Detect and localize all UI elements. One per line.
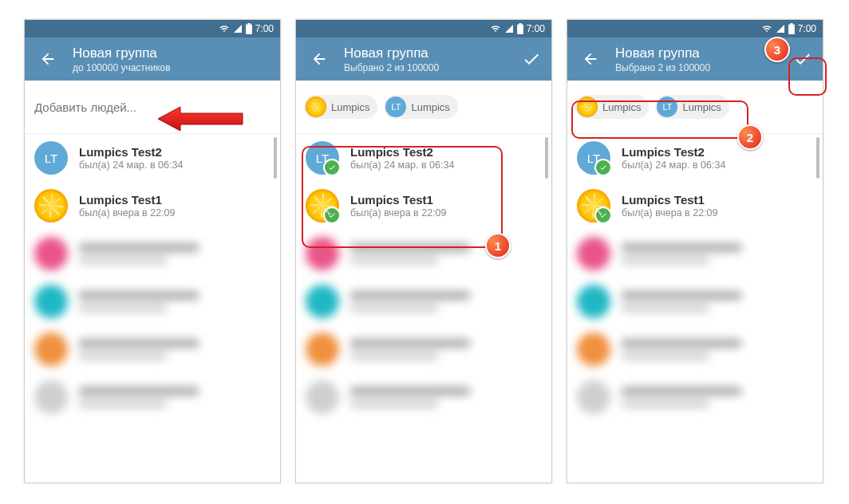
avatar: [306, 237, 339, 270]
chips-area: LumpicsLTLumpics: [567, 81, 823, 134]
header-title: Новая группа: [615, 45, 788, 61]
avatar: [306, 189, 339, 222]
selected-badge: [323, 207, 341, 224]
contact-row-blurred: [296, 373, 551, 421]
battery-icon: [517, 23, 523, 34]
contact-row-blurred: [296, 325, 551, 373]
status-time: 7:00: [798, 23, 816, 34]
scroll-indicator: [274, 137, 277, 179]
arrow-back-icon: [39, 50, 57, 68]
wifi-icon: [490, 24, 501, 33]
scroll-indicator: [545, 137, 548, 179]
status-bar: 7:00: [25, 20, 280, 37]
chip-label: Lumpics: [602, 101, 641, 113]
contact-row-blurred: [25, 230, 280, 278]
status-time: 7:00: [255, 23, 274, 34]
contact-status: был(а) 24 мар. в 06:34: [622, 159, 725, 171]
app-header: Новая группаВыбрано 2 из 100000: [567, 37, 823, 81]
signal-icon: [776, 24, 785, 33]
battery-icon: [788, 23, 795, 34]
selected-chip[interactable]: LTLumpics: [384, 95, 457, 119]
avatar: [306, 285, 339, 318]
avatar: [34, 285, 68, 318]
avatar: LT: [577, 141, 610, 175]
selected-badge: [594, 159, 612, 176]
contact-name: Lumpics Test2: [79, 145, 183, 159]
contact-row-blurred: [25, 325, 280, 373]
confirm-button[interactable]: [788, 44, 818, 74]
avatar: [577, 285, 610, 318]
chips-area: [25, 81, 280, 134]
battery-icon: [246, 23, 252, 34]
wifi-icon: [761, 24, 772, 33]
chips-area: LumpicsLTLumpics: [296, 81, 551, 134]
chip-avatar: LT: [385, 96, 406, 117]
contact-row-blurred: [567, 278, 823, 325]
contact-list[interactable]: LTLumpics Test2был(а) 24 мар. в 06:34Lum…: [296, 134, 551, 421]
check-icon: [328, 211, 336, 219]
selected-chip[interactable]: LTLumpics: [655, 95, 729, 119]
signal-icon: [233, 24, 243, 33]
avatar: [34, 380, 68, 414]
header-title: Новая группа: [344, 45, 516, 61]
chip-avatar: [306, 96, 326, 117]
header-subtitle: Выбрано 2 из 100000: [615, 62, 788, 73]
contact-row[interactable]: Lumpics Test1был(а) вчера в 22:09: [296, 182, 551, 230]
chip-label: Lumpics: [331, 101, 369, 113]
contact-row[interactable]: Lumpics Test1был(а) вчера в 22:09: [25, 182, 280, 230]
contact-row-blurred: [25, 373, 280, 421]
contact-row[interactable]: LTLumpics Test2был(а) 24 мар. в 06:34: [25, 134, 280, 182]
header-subtitle: до 100000 участников: [73, 62, 275, 73]
add-people-input[interactable]: [33, 100, 272, 115]
back-button[interactable]: [575, 44, 606, 74]
phone-screen: 7:00Новая группадо 100000 участниковLTLu…: [24, 19, 281, 483]
contact-row-blurred: [567, 230, 823, 278]
contact-row-blurred: [296, 278, 551, 325]
wifi-icon: [219, 24, 230, 33]
selected-chip[interactable]: Lumpics: [575, 95, 649, 119]
contact-status: был(а) вчера в 22:09: [79, 207, 176, 219]
scroll-indicator: [816, 137, 819, 179]
contact-row[interactable]: LTLumpics Test2был(а) 24 мар. в 06:34: [567, 134, 823, 182]
contact-status: был(а) 24 мар. в 06:34: [79, 159, 183, 171]
avatar: [306, 333, 339, 366]
contact-name: Lumpics Test1: [350, 193, 447, 207]
app-header: Новая группаВыбрано 2 из 100000: [296, 37, 551, 81]
contact-name: Lumpics Test2: [622, 145, 725, 159]
contact-list[interactable]: LTLumpics Test2был(а) 24 мар. в 06:34Lum…: [25, 134, 280, 421]
contact-row-blurred: [567, 325, 823, 373]
chip-label: Lumpics: [411, 101, 449, 113]
contact-row-blurred: [296, 230, 551, 278]
header-subtitle: Выбрано 2 из 100000: [344, 62, 516, 73]
app-header: Новая группадо 100000 участников: [25, 37, 280, 81]
contact-name: Lumpics Test2: [350, 145, 454, 159]
contact-status: был(а) 24 мар. в 06:34: [350, 159, 454, 171]
signal-icon: [504, 24, 514, 33]
avatar: [34, 237, 68, 270]
check-icon: [328, 163, 336, 171]
contact-status: был(а) вчера в 22:09: [622, 207, 718, 219]
avatar: [34, 333, 68, 366]
back-button[interactable]: [33, 44, 63, 74]
contact-row[interactable]: Lumpics Test1был(а) вчера в 22:09: [567, 182, 823, 230]
confirm-button[interactable]: [516, 44, 547, 74]
selected-badge: [594, 207, 612, 224]
contact-row-blurred: [567, 373, 823, 421]
status-time: 7:00: [527, 23, 545, 34]
contact-list[interactable]: LTLumpics Test2был(а) 24 мар. в 06:34Lum…: [567, 134, 823, 421]
phone-screen: 7:00Новая группаВыбрано 2 из 100000Lumpi…: [567, 19, 823, 483]
check-icon: [599, 163, 607, 171]
check-icon: [599, 211, 607, 219]
header-title: Новая группа: [73, 45, 275, 61]
avatar: [577, 189, 610, 222]
selected-chip[interactable]: Lumpics: [304, 95, 377, 119]
avatar: LT: [34, 141, 68, 175]
chip-avatar: LT: [657, 96, 677, 117]
contact-row-blurred: [25, 278, 280, 325]
avatar: LT: [306, 141, 339, 175]
status-bar: 7:00: [567, 20, 823, 37]
avatar: [306, 380, 339, 414]
avatar: [34, 189, 68, 222]
back-button[interactable]: [304, 44, 334, 74]
contact-row[interactable]: LTLumpics Test2был(а) 24 мар. в 06:34: [296, 134, 551, 182]
